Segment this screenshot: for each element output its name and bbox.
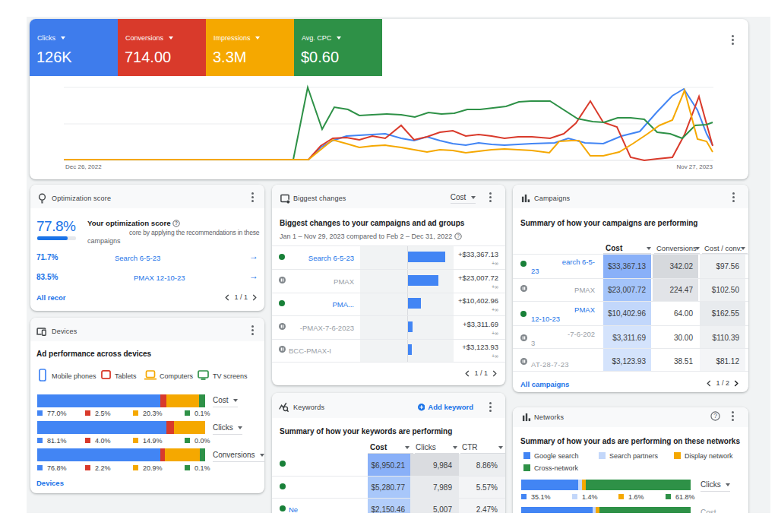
svg-text:?: ? — [175, 220, 178, 226]
svg-text:?: ? — [457, 233, 460, 239]
svg-text:?: ? — [713, 412, 717, 420]
